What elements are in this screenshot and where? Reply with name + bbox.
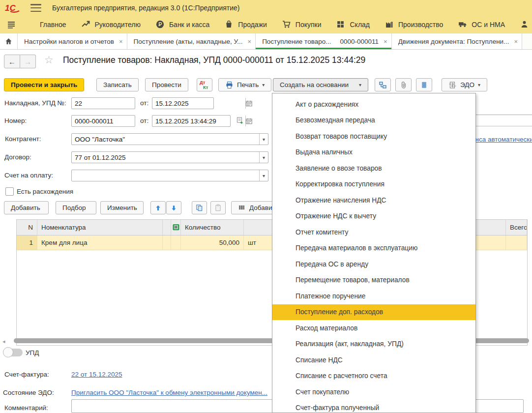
menubar-item[interactable]: Производство: [377, 16, 450, 33]
add-row-button[interactable]: Добавить: [4, 201, 49, 214]
dtkt-postings-button[interactable]: Дт Кт: [197, 78, 212, 91]
register-records-button[interactable]: [416, 78, 432, 91]
menu-item[interactable]: Реализация (акт, накладная, УПД): [272, 336, 475, 353]
menu-item[interactable]: Возврат товаров поставщику: [272, 128, 475, 145]
dropdown-arrow-icon[interactable]: [259, 134, 268, 145]
menu-item[interactable]: Перемещение товаров, материалов: [272, 272, 475, 289]
menu-item[interactable]: Расход материалов: [272, 320, 475, 336]
contract-input[interactable]: [72, 152, 259, 163]
paste-rows-button[interactable]: [210, 201, 226, 214]
tab-close-icon[interactable]: [114, 38, 123, 45]
dropdown-arrow-icon[interactable]: [259, 152, 268, 163]
tab-close-icon[interactable]: [509, 38, 518, 45]
menu-item[interactable]: Акт о расхождениях: [272, 96, 475, 113]
invoice-date-input[interactable]: [152, 98, 245, 109]
header-nomenclature[interactable]: Номенклатура: [37, 220, 163, 235]
main-menu-icon[interactable]: [30, 4, 41, 12]
tab-label: Поступление (акты, накладные, У...: [134, 38, 243, 45]
menubar-item[interactable]: Главное: [19, 16, 74, 33]
dropdown-arrow-icon[interactable]: [259, 170, 268, 181]
number-input[interactable]: [71, 115, 135, 127]
move-down-button[interactable]: [166, 201, 181, 214]
menu-item[interactable]: Счет покупателю: [272, 384, 475, 400]
print-button[interactable]: Печать: [218, 78, 271, 91]
menu-item-label: Списание с расчетного счета: [296, 372, 387, 380]
tab-close-icon[interactable]: [243, 38, 252, 45]
copy-icon: [196, 204, 203, 211]
caret-down-icon: [359, 82, 361, 88]
invoice-no-input[interactable]: [71, 97, 135, 109]
save-button[interactable]: Записать: [96, 78, 139, 91]
panel-sections-icon[interactable]: [7, 20, 16, 30]
back-button[interactable]: ←: [4, 55, 20, 68]
barcode-scanner-icon: [238, 204, 246, 211]
pick-items-button[interactable]: Подбор: [56, 201, 96, 214]
post-button[interactable]: Провести: [145, 78, 188, 91]
header-barcode[interactable]: [171, 220, 181, 235]
menu-item-label: Платежное поручение: [296, 293, 365, 300]
menu-item[interactable]: Корректировка поступления: [272, 177, 475, 193]
edit-items-button[interactable]: Изменить: [100, 201, 144, 214]
calendar-icon[interactable]: [245, 98, 252, 109]
menu-item[interactable]: Отчет комитенту: [272, 224, 475, 240]
window-tab[interactable]: Поступление товаро... 0000-000011: [256, 33, 392, 49]
menu-item-label: Заявление о ввозе товаров: [296, 165, 382, 172]
header-n[interactable]: N: [17, 220, 37, 235]
menubar-item[interactable]: ОС и НМА: [450, 16, 512, 33]
related-documents-button[interactable]: [375, 78, 391, 91]
copy-rows-button[interactable]: [192, 201, 207, 214]
menu-item[interactable]: Списание с расчетного счета: [272, 368, 475, 384]
number-label: Номер:: [4, 117, 27, 124]
menu-item[interactable]: Отражение НДС к вычету: [272, 208, 475, 225]
menu-item-label: Расход материалов: [296, 324, 357, 332]
menubar-item[interactable]: [512, 16, 532, 33]
edo-invite-link[interactable]: Пригласить ООО "Ласточка" к обмену элект…: [71, 389, 267, 396]
menu-item[interactable]: Безвозмездная передача: [272, 113, 475, 129]
menu-item[interactable]: Передача ОС в аренду: [272, 256, 475, 272]
comment-label: Комментарий:: [4, 404, 48, 412]
menubar-item[interactable]: Покупки: [274, 16, 329, 33]
post-and-close-button[interactable]: Провести и закрыть: [4, 78, 84, 91]
contract-label: Договор:: [4, 153, 31, 161]
menubar-item[interactable]: Банк и касса: [148, 16, 217, 33]
header-quantity[interactable]: Количество: [181, 220, 244, 235]
menubar-item[interactable]: Продажи: [217, 16, 274, 33]
menubar-item[interactable]: Склад: [328, 16, 377, 33]
window-tab[interactable]: Движения документа: Поступлени...: [392, 33, 522, 49]
menu-item[interactable]: Списание НДС: [272, 352, 475, 368]
window-tab[interactable]: Настройки налогов и отчетов: [18, 33, 127, 49]
forward-button[interactable]: →: [20, 55, 36, 68]
invoice-received-link[interactable]: 22 от 15.12.2025: [71, 371, 122, 378]
document-datetime-field: [152, 115, 231, 127]
home-icon: [4, 37, 13, 45]
discrepancies-checkbox[interactable]: [5, 187, 14, 196]
upd-toggle-knob[interactable]: [3, 347, 13, 357]
create-based-on-button[interactable]: Создать на основании: [273, 78, 368, 91]
tab-home[interactable]: [0, 33, 18, 49]
move-up-button[interactable]: [150, 201, 166, 214]
tab-close-icon[interactable]: [379, 38, 387, 45]
menu-item[interactable]: Поступление доп. расходов: [272, 304, 475, 321]
from-label: от:: [140, 99, 148, 107]
attachments-button[interactable]: [395, 78, 412, 91]
menu-item[interactable]: Счет-фактура полученный: [272, 400, 475, 413]
caret-down-icon: [478, 82, 480, 88]
header-total[interactable]: Всего: [505, 220, 527, 235]
set-number-icon[interactable]: [236, 117, 244, 124]
edo-button[interactable]: ЭДО: [442, 78, 487, 91]
invoice-no-label: Накладная, УПД №:: [4, 99, 66, 107]
window-tab[interactable]: Поступление (акты, накладные, У...: [127, 33, 256, 49]
menubar-item[interactable]: Руководителю: [74, 16, 148, 33]
menu-item[interactable]: Выдача наличных: [272, 145, 475, 161]
calendar-icon[interactable]: [245, 116, 252, 126]
menu-item[interactable]: Платежное поручение: [272, 288, 475, 304]
menu-item[interactable]: Отражение начисления НДС: [272, 192, 475, 208]
payment-invoice-input[interactable]: [72, 170, 259, 181]
cell-total: [505, 236, 527, 250]
menu-item[interactable]: Заявление о ввозе товаров: [272, 160, 475, 177]
counterparty-input[interactable]: [72, 134, 259, 145]
document-datetime-input[interactable]: [152, 116, 245, 126]
scroll-left-icon[interactable]: [2, 338, 5, 345]
menu-item[interactable]: Передача материалов в эксплуатацию: [272, 240, 475, 257]
favorite-star-icon[interactable]: [44, 54, 54, 66]
